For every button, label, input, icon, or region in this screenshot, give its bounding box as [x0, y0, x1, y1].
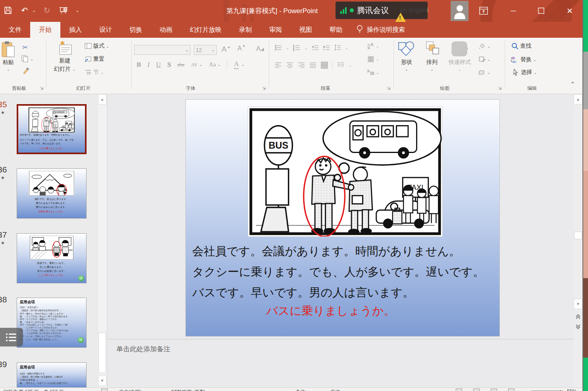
notes-toggle[interactable]: 备注 [296, 389, 305, 391]
copy-dropdown-icon[interactable]: ⌄ [30, 57, 33, 61]
replace-button[interactable]: abac 替换 ⌄ [510, 56, 536, 64]
font-dialog-launcher[interactable]: ⇲ [261, 85, 267, 91]
shapes-dropdown-icon[interactable]: ⌄ [405, 67, 408, 72]
animation-star-icon: ★ [1, 240, 5, 246]
reading-view-icon[interactable] [491, 389, 497, 391]
ribbon-display-options-icon[interactable] [474, 5, 493, 17]
paragraph-dialog-launcher[interactable]: ⇲ [386, 85, 391, 91]
thumbnail-scroll-up-button[interactable]: ▲ [98, 94, 106, 105]
shape-effects-dropdown-icon[interactable]: ⌄ [487, 70, 490, 75]
shape-fill-dropdown-icon[interactable]: ⌄ [487, 44, 490, 48]
tab-review[interactable]: 审阅 [260, 22, 291, 38]
thumb35-line: バスです。早いです。男の人は言います。 [20, 142, 87, 145]
comments-toggle[interactable]: 批注 [331, 389, 340, 391]
thumb38-title: 应用会话 [20, 300, 85, 303]
slide-text-line[interactable]: 会社員です。会議があります。時間がありません。 [192, 244, 498, 259]
shapes-button[interactable]: 形状 ⌄ [398, 41, 415, 72]
zoom-level[interactable]: 55% [567, 389, 576, 391]
tab-home[interactable]: 开始 [30, 22, 60, 38]
tencent-meeting-badge[interactable]: 腾讯会议 [335, 2, 428, 19]
customize-qat-icon[interactable]: ⌄ [75, 8, 79, 13]
start-slideshow-icon[interactable] [58, 4, 69, 17]
zoom-in-button[interactable]: + [559, 389, 562, 391]
paste-dropdown-icon[interactable]: ⌄ [7, 67, 10, 72]
minimize-button[interactable]: ─ [504, 5, 522, 17]
zoom-out-button[interactable]: − [524, 389, 527, 391]
slide-text-line[interactable]: タクシーに乗ります。でも、人が多いです。遅いです。 [192, 264, 498, 280]
cut-button[interactable]: ✂ [22, 43, 28, 52]
slide-canvas[interactable]: BUS TAXI 会社員です。会議があります。時間がありません。 タクシーに乗り… [185, 99, 500, 337]
thumbnail-scroll-down-button[interactable]: ▼ [98, 376, 106, 386]
shape-effects-button[interactable]: ⌄ [478, 69, 490, 76]
display-settings-icon[interactable] [101, 389, 108, 391]
undo-dropdown-icon[interactable]: ⌄ [32, 8, 36, 13]
tab-slideshow[interactable]: 幻灯片放映 [181, 22, 230, 38]
thumb37-line: 空いた席があります。 [17, 265, 86, 269]
clipboard-dialog-launcher[interactable]: ⇲ [39, 85, 44, 91]
thumbnail-slide-37[interactable]: 友達です。電車にいます。 空いた席があります。 女の人は友達に言います。 ここに… [17, 233, 87, 283]
language-indicator[interactable]: 中文(中国) [119, 389, 141, 391]
main-scrollbar[interactable]: ▲ ▼ [574, 94, 582, 387]
previous-slide-button[interactable] [574, 312, 582, 321]
replace-dropdown-icon[interactable]: ⌄ [533, 58, 536, 62]
font-name-combobox[interactable]: ⌄ [134, 45, 191, 55]
thumbnail-slide-38[interactable]: 应用会话 会話1 友達を誘う （校园里，田中跟小杨谈论起周末的安排。） 田中：楊… [17, 298, 87, 348]
font-size-combobox[interactable]: 12⌄ [194, 45, 217, 55]
shape-outline-button[interactable]: ⌄ [478, 56, 490, 63]
font-size-dropdown-icon[interactable]: ⌄ [212, 48, 215, 52]
format-painter-button[interactable] [22, 67, 29, 74]
meeting-float-widget[interactable] [0, 328, 23, 346]
thumb38-line: にスポーツジムに行きませんか。 [20, 326, 85, 329]
find-button[interactable]: 查找 [511, 43, 531, 50]
thumb38-line: ジムは予約しなければなりませんか。 [20, 332, 85, 335]
next-slide-button[interactable] [574, 322, 582, 331]
thumbnail-scrollbar-thumb[interactable] [98, 333, 106, 373]
shape-fill-button[interactable]: ⌄ [478, 43, 490, 50]
collapse-ribbon-button[interactable]: ⌃ [570, 81, 575, 88]
shape-outline-dropdown-icon[interactable]: ⌄ [487, 57, 490, 62]
notes-pane[interactable]: 单击此处添加备注 [108, 339, 574, 387]
accessibility-status[interactable]: (辅助功能: 调查) [171, 389, 205, 391]
tab-animations[interactable]: 动画 [151, 22, 181, 38]
drawing-dialog-launcher[interactable]: ⇲ [497, 85, 503, 91]
thumbnail-slide-39[interactable]: 应用会话 会話2 運動の準備をする （宿舍里，两人准备一起去健身房，小杨向田 中… [17, 362, 87, 387]
arrange-button[interactable]: 排列 ⌄ [424, 41, 440, 72]
save-icon[interactable] [2, 4, 13, 17]
maximize-button[interactable] [532, 5, 550, 17]
layout-button[interactable]: 版式 ⌄ [85, 43, 109, 50]
tab-file[interactable]: 文件 [0, 22, 30, 38]
reset-button[interactable]: 重置 [85, 56, 104, 63]
copy-button[interactable]: ⌄ [21, 55, 33, 62]
slide-red-question-line[interactable]: バスに乗りましょうか。 [186, 303, 476, 319]
slide-cartoon-image[interactable]: BUS TAXI [248, 106, 443, 237]
arrange-dropdown-icon[interactable]: ⌄ [430, 67, 434, 72]
tab-record[interactable]: 录制 [230, 22, 260, 38]
tab-design[interactable]: 设计 [91, 22, 121, 38]
undo-icon[interactable]: ↶ [19, 4, 30, 17]
scroll-up-button[interactable]: ▲ [574, 94, 582, 105]
action-button-icon: ↺ [78, 275, 84, 281]
scroll-down-button[interactable]: ▼ [574, 299, 582, 309]
slideshow-view-icon[interactable] [508, 389, 515, 391]
slide-text-line[interactable]: バスです。早いです。男の人は言います。 [192, 285, 498, 301]
new-slide-button[interactable]: ✱ 新建 幻灯片⌄ [54, 41, 75, 73]
slide-sorter-view-icon[interactable] [473, 389, 480, 391]
tab-transitions[interactable]: 切换 [121, 22, 151, 38]
tell-me-search[interactable]: 操作说明搜索 [351, 22, 411, 38]
tab-help[interactable]: 帮助 [321, 22, 351, 38]
tab-insert[interactable]: 插入 [60, 22, 91, 38]
normal-view-icon[interactable] [456, 389, 462, 391]
thumbnail-slide-36[interactable]: 旅行です。富士山に登ります。 男の人はカメラを持ちます。 男の人はみんなに言いま… [17, 168, 87, 219]
main-scrollbar-thumb[interactable] [574, 232, 582, 239]
select-dropdown-icon[interactable]: ⌄ [534, 70, 537, 75]
paste-button[interactable]: 粘贴 ⌄ [2, 41, 15, 72]
tab-view[interactable]: 视图 [291, 22, 321, 38]
layout-dropdown-icon[interactable]: ⌄ [106, 44, 109, 48]
close-button[interactable]: ✕ [561, 5, 579, 17]
avatar[interactable] [451, 1, 468, 21]
thumbnail-slide-35[interactable]: 会社員です。会議があります。時間がありません。 タクシーに乗ります。でも、人が多… [17, 104, 87, 154]
select-button[interactable]: 选择 ⌄ [512, 69, 537, 76]
slide-number-37: 37 [0, 230, 10, 240]
new-slide-dropdown-icon[interactable]: ⌄ [72, 67, 75, 72]
font-name-dropdown-icon[interactable]: ⌄ [185, 48, 189, 52]
